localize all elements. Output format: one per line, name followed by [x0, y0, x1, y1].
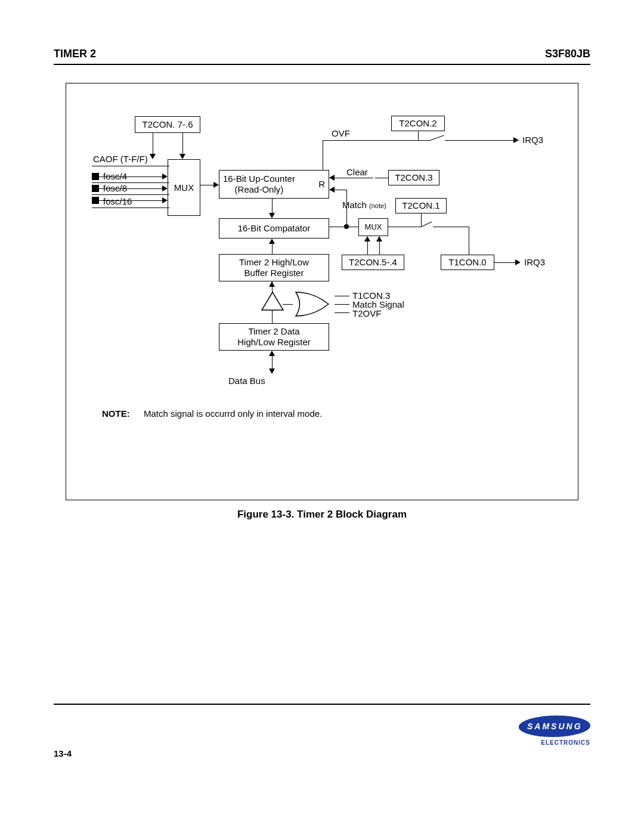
header-left: TIMER 2 — [54, 48, 96, 60]
box-buffer: Timer 2 High/Low Buffer Register — [219, 254, 329, 281]
brand-logo: SAMSUNG ELECTRONICS — [519, 716, 590, 746]
label-ovf: OVF — [332, 128, 350, 138]
label-fosc16: fosc/16 — [103, 196, 132, 206]
figure-frame: T2CON. 7-.6 MUX CAOF (T-F/F) fosc/4 fosc… — [66, 83, 578, 500]
label-irq3-bot: IRQ3 — [524, 257, 545, 267]
figure-caption: Figure 13-3. Timer 2 Block Diagram — [54, 509, 590, 521]
page-header: TIMER 2 S3F80JB — [54, 48, 590, 65]
box-upcounter: 16-Bit Up-Counter (Read-Only) R — [219, 170, 329, 199]
label-match: Match (note) — [342, 200, 386, 210]
label-upcounter2: (Read-Only) — [223, 184, 295, 195]
footer-rule — [54, 704, 590, 711]
label-t2con1: T2CON.1 — [402, 200, 439, 211]
label-t2con76: T2CON. 7-.6 — [142, 119, 193, 130]
label-t2con54: T2CON.5-.4 — [349, 257, 397, 268]
box-t2con54: T2CON.5-.4 — [342, 255, 404, 270]
samsung-logo-icon: SAMSUNG — [516, 716, 593, 737]
label-buf2: Buffer Register — [244, 268, 304, 278]
label-mux: MUX — [174, 182, 194, 193]
box-mux: MUX — [168, 159, 200, 216]
label-upcounter1: 16-Bit Up-Counter — [223, 174, 295, 184]
box-mux-small: MUX — [358, 218, 388, 236]
label-t1con0: T1CON.0 — [448, 257, 486, 268]
label-dr2: High/Low Register — [237, 337, 311, 348]
brand-subtext: ELECTRONICS — [519, 739, 590, 746]
note-label: NOTE: — [102, 408, 130, 419]
box-comparator: 16-Bit Compatator — [219, 218, 329, 239]
label-t2con2: T2CON.2 — [399, 118, 436, 129]
label-comparator: 16-Bit Compatator — [238, 223, 311, 234]
box-t2con76: T2CON. 7-.6 — [135, 116, 200, 133]
note-text: Match signal is occurrd only in interval… — [144, 408, 322, 419]
label-caof: CAOF (T-F/F) — [93, 154, 148, 164]
label-dr1: Timer 2 Data — [248, 326, 299, 337]
label-buf1: Timer 2 High/Low — [239, 257, 309, 268]
box-datareg: Timer 2 Data High/Low Register — [219, 323, 329, 351]
label-mux-small: MUX — [365, 222, 382, 232]
label-t2con3: T2CON.3 — [395, 172, 432, 183]
box-t1con0: T1CON.0 — [441, 255, 494, 270]
header-right: S3F80JB — [545, 48, 590, 60]
label-databus: Data Bus — [228, 376, 265, 386]
footer-page-number: 13-4 — [54, 748, 72, 758]
box-t2con2: T2CON.2 — [391, 116, 445, 131]
label-clear: Clear — [346, 167, 368, 177]
label-irq3-top: IRQ3 — [522, 135, 543, 145]
label-t2ovf: T2OVF — [352, 308, 381, 318]
label-upcounter-r: R — [318, 179, 325, 190]
box-t2con3: T2CON.3 — [388, 170, 439, 185]
svg-marker-0 — [262, 292, 283, 310]
box-t2con1: T2CON.1 — [395, 198, 447, 213]
